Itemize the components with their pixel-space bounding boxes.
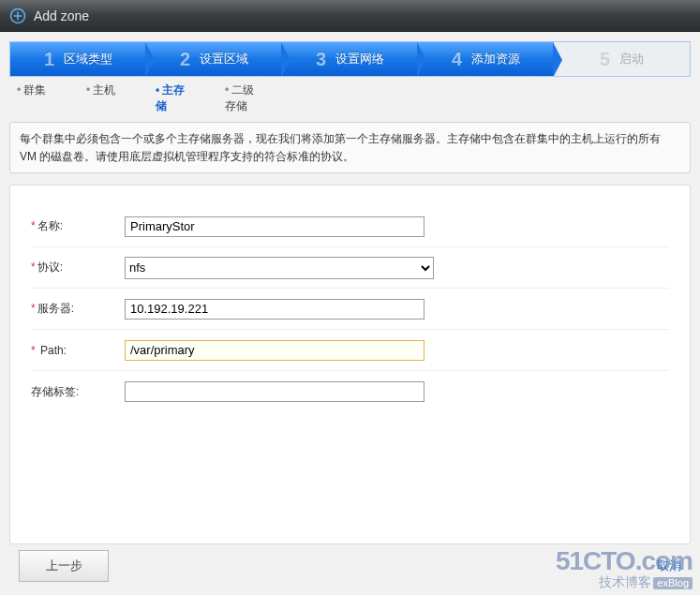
form-panel: *名称: *协议: nfs *服务器: * Path: 存储标签: — [9, 185, 691, 544]
step-zone-type[interactable]: 1 区域类型 — [10, 42, 146, 76]
row-name: *名称: — [31, 206, 669, 247]
plus-circle-icon — [9, 7, 26, 24]
label-name: *名称: — [31, 218, 125, 234]
title-bar: Add zone — [0, 0, 700, 32]
row-tag: 存储标签: — [31, 371, 669, 412]
label-tag: 存储标签: — [31, 384, 125, 400]
description-panel: 每个群集中必须包含一个或多个主存储服务器，现在我们将添加第一个主存储服务器。主存… — [9, 122, 691, 173]
substep-host[interactable]: •主机 — [86, 82, 124, 114]
input-tag[interactable] — [125, 381, 424, 402]
label-protocol: *协议: — [31, 260, 125, 275]
select-protocol[interactable]: nfs — [125, 257, 434, 279]
step-set-network[interactable]: 3 设置网络 — [282, 42, 418, 76]
substep-tabs: •群集 •主机 •主存储 •二级存储 — [17, 82, 700, 118]
step-set-zone[interactable]: 2 设置区域 — [146, 42, 282, 76]
label-path: * Path: — [31, 344, 125, 357]
step-add-resource[interactable]: 4 添加资源 — [418, 42, 554, 76]
substep-cluster[interactable]: •群集 — [17, 82, 54, 114]
input-path[interactable] — [125, 340, 424, 361]
substep-secondary-storage[interactable]: •二级存储 — [225, 82, 262, 114]
description-text: 每个群集中必须包含一个或多个主存储服务器，现在我们将添加第一个主存储服务器。主存… — [20, 132, 661, 163]
row-server: *服务器: — [31, 289, 669, 330]
prev-button[interactable]: 上一步 — [19, 550, 109, 582]
watermark: 51CTO.com 技术博客exBlog — [556, 548, 693, 589]
row-protocol: *协议: nfs — [31, 247, 669, 289]
input-name[interactable] — [125, 216, 424, 237]
input-server[interactable] — [125, 299, 424, 320]
substep-primary-storage[interactable]: •主存储 — [156, 82, 193, 114]
label-server: *服务器: — [31, 301, 125, 317]
window-title: Add zone — [34, 8, 89, 23]
wizard-steps: 1 区域类型 2 设置区域 3 设置网络 4 添加资源 5 启动 — [9, 41, 691, 77]
step-launch: 5 启动 — [554, 42, 690, 76]
row-path: * Path: — [31, 330, 669, 371]
